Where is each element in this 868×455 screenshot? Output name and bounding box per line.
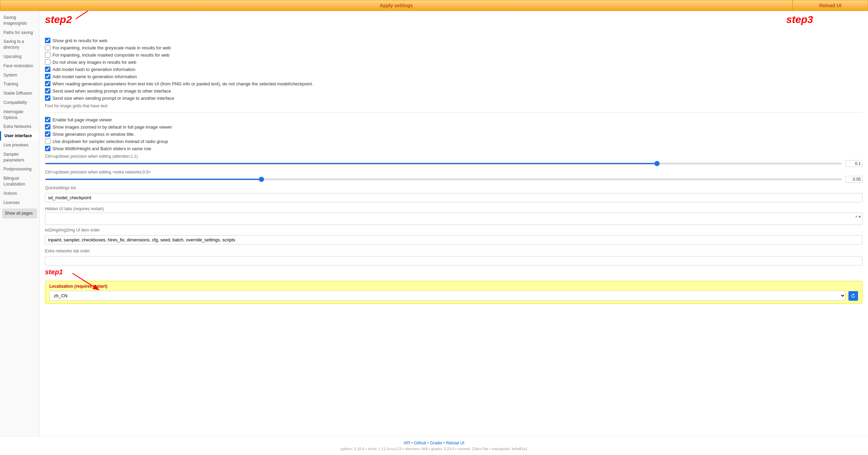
sidebar-item-stable-diffusion[interactable]: Stable Diffusion bbox=[0, 89, 39, 98]
checkbox-inpaint-masked-label: For inpainting, include masked composite… bbox=[52, 52, 169, 58]
footer-github-link[interactable]: Github bbox=[414, 441, 426, 445]
localization-select[interactable]: zh_CN en bbox=[49, 291, 846, 301]
checkbox-send-seed-input[interactable] bbox=[45, 88, 50, 94]
sidebar-item-user-interface[interactable]: User interface bbox=[0, 131, 39, 141]
footer-sep1: • bbox=[411, 441, 414, 445]
checkbox-add-model-hash-input[interactable] bbox=[45, 67, 50, 72]
step2-arrow bbox=[72, 11, 100, 21]
step1-arrow bbox=[69, 272, 103, 292]
sidebar-item-actions[interactable]: Actions bbox=[0, 189, 39, 198]
localization-section: Localization (requires restart) zh_CN en bbox=[45, 281, 863, 304]
checkbox-add-model-hash: Add model hash to generation information bbox=[45, 67, 863, 72]
main-layout: Saving images/grids Paths for saving Sav… bbox=[0, 11, 868, 436]
checkbox-show-progress-input[interactable] bbox=[45, 131, 50, 137]
top-bar: Apply settings Reload UI bbox=[0, 0, 868, 11]
sidebar-item-live-previews[interactable]: Live previews bbox=[0, 141, 39, 150]
sidebar-item-training[interactable]: Training bbox=[0, 80, 39, 89]
slider2-value: 0.05 bbox=[845, 176, 863, 183]
reload-ui-button[interactable]: Reload UI bbox=[793, 0, 868, 11]
checkbox-send-seed: Send seed when sending prompt or image t… bbox=[45, 88, 863, 94]
txt2img-order-input[interactable] bbox=[45, 235, 863, 244]
slider1-label: Ctrl+up/down precision when editing (att… bbox=[45, 154, 863, 159]
checkbox-do-not-show-input[interactable] bbox=[45, 59, 50, 65]
section-divider-1 bbox=[45, 112, 863, 113]
extra-networks-order-label: Extra networks tab order bbox=[45, 249, 863, 253]
footer-gradio-link[interactable]: Gradio bbox=[430, 441, 442, 445]
checkbox-show-zoomed-label: Show images zoomed in by default in full… bbox=[52, 124, 172, 130]
font-label: Font for image grids that have text bbox=[45, 104, 863, 108]
checkbox-full-page-viewer-input[interactable] bbox=[45, 117, 50, 122]
footer-api-link[interactable]: API bbox=[404, 441, 410, 445]
checkbox-show-width-height-input[interactable] bbox=[45, 146, 50, 151]
localization-select-row: zh_CN en bbox=[49, 291, 858, 301]
checkbox-do-not-show-label: Do not show any images in results for we… bbox=[52, 60, 136, 65]
footer-sep2: • bbox=[427, 441, 430, 445]
hidden-tabs-area: × ▾ bbox=[45, 213, 863, 225]
sidebar-item-postprocessing[interactable]: Postprocessing bbox=[0, 165, 39, 174]
svg-line-0 bbox=[76, 11, 96, 19]
footer: API • Github • Gradio • Reload UI python… bbox=[0, 436, 868, 455]
sidebar-item-licenses[interactable]: Licenses bbox=[0, 198, 39, 207]
sidebar-item-compatibility[interactable]: Compatibility bbox=[0, 98, 39, 107]
sidebar-item-saving-images[interactable]: Saving images/grids bbox=[0, 13, 39, 28]
checkbox-send-size-input[interactable] bbox=[45, 95, 50, 101]
step1-annotation: step1 bbox=[45, 268, 63, 276]
sidebar-item-saving-to-directory[interactable]: Saving to a directory bbox=[0, 37, 39, 52]
checkbox-do-not-show: Do not show any images in results for we… bbox=[45, 59, 863, 65]
txt2img-order-label: txt2img/img2img UI item order bbox=[45, 228, 863, 232]
extra-networks-order-input[interactable] bbox=[45, 256, 863, 265]
slider1-input[interactable] bbox=[45, 163, 842, 164]
apply-settings-button[interactable]: Apply settings bbox=[0, 0, 793, 11]
checkbox-show-width-height: Show Width/Height and Batch sliders in s… bbox=[45, 146, 863, 151]
checkbox-add-model-hash-label: Add model hash to generation information bbox=[52, 67, 135, 72]
sidebar-item-interrogate-options[interactable]: Interrogate Options bbox=[0, 107, 39, 122]
slider2-row: 0.05 bbox=[45, 176, 863, 183]
checkbox-full-page-viewer: Enable full page image viewer bbox=[45, 117, 863, 122]
checkbox-show-zoomed: Show images zoomed in by default in full… bbox=[45, 124, 863, 130]
sidebar-show-all-pages[interactable]: Show all pages bbox=[2, 208, 37, 218]
checkbox-add-model-name-input[interactable] bbox=[45, 74, 50, 79]
sidebar-item-face-restoration[interactable]: Face restoration bbox=[0, 61, 39, 71]
footer-reload-link[interactable]: Reload UI bbox=[446, 441, 464, 445]
checkbox-inpaint-masked-input[interactable] bbox=[45, 52, 50, 58]
checkbox-reading-gen-params-input[interactable] bbox=[45, 81, 50, 86]
slider1-value: 0.1 bbox=[845, 160, 863, 167]
sidebar-item-extra-networks[interactable]: Extra Networks bbox=[0, 122, 39, 131]
step2-annotation: step2 bbox=[45, 14, 72, 25]
slider2-input[interactable] bbox=[45, 179, 842, 180]
checkbox-show-progress-label: Show generation progress in window title… bbox=[52, 132, 135, 137]
checkbox-show-grid-label: Show grid in results for web bbox=[52, 38, 107, 43]
checkbox-show-grid-input[interactable] bbox=[45, 38, 50, 43]
checkbox-reading-gen-params-label: When reading generation parameters from … bbox=[52, 81, 313, 86]
checkbox-use-dropdown-input[interactable] bbox=[45, 139, 50, 144]
slider2-label: Ctrl+up/down precision when editing <ext… bbox=[45, 170, 863, 175]
localization-label: Localization (requires restart) bbox=[49, 284, 858, 289]
footer-links-row: API • Github • Gradio • Reload UI bbox=[4, 441, 864, 445]
localization-apply-btn[interactable] bbox=[848, 291, 858, 301]
checkbox-add-model-name-label: Add model name to generation information bbox=[52, 74, 137, 79]
checkbox-add-model-name: Add model name to generation information bbox=[45, 74, 863, 79]
checkbox-inpaint-greyscale-input[interactable] bbox=[45, 45, 50, 50]
checkbox-show-zoomed-input[interactable] bbox=[45, 124, 50, 130]
svg-line-1 bbox=[72, 273, 98, 289]
checkbox-send-seed-label: Send seed when sending prompt or image t… bbox=[52, 88, 171, 94]
checkbox-show-grid: Show grid in results for web bbox=[45, 38, 863, 43]
sidebar-item-sampler-parameters[interactable]: Sampler parameters bbox=[0, 150, 39, 165]
quicksettings-label: Quicksettings list bbox=[45, 185, 863, 190]
sidebar: Saving images/grids Paths for saving Sav… bbox=[0, 11, 39, 436]
checkbox-send-size: Send size when sending prompt or image t… bbox=[45, 95, 863, 101]
sidebar-item-upscaling[interactable]: Upscaling bbox=[0, 52, 39, 61]
sidebar-item-system[interactable]: System bbox=[0, 71, 39, 80]
checkbox-show-progress: Show generation progress in window title… bbox=[45, 131, 863, 137]
svg-marker-2 bbox=[853, 294, 855, 296]
checkbox-reading-gen-params: When reading generation parameters from … bbox=[45, 81, 863, 86]
content-area: step2 step3 Show grid in results for web… bbox=[39, 11, 868, 436]
hidden-tabs-close-btn[interactable]: × ▾ bbox=[855, 214, 861, 219]
step3-annotation: step3 bbox=[786, 14, 813, 25]
quicksettings-input[interactable]: sd_model_checkpoint bbox=[45, 193, 863, 202]
sidebar-item-bilingual-localization[interactable]: Bilingual Localization bbox=[0, 174, 39, 189]
sidebar-item-paths-for-saving[interactable]: Paths for saving bbox=[0, 28, 39, 37]
slider1-row: 0.1 bbox=[45, 160, 863, 167]
checkbox-full-page-viewer-label: Enable full page image viewer bbox=[52, 117, 112, 122]
refresh-icon bbox=[851, 294, 856, 298]
